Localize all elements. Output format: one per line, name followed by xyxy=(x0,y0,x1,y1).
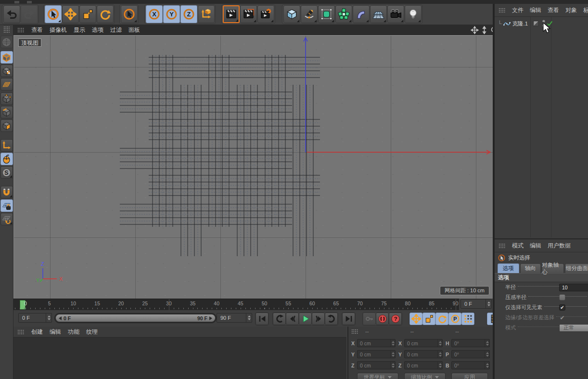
coordinates-grip[interactable] xyxy=(351,329,358,334)
material-menu-3[interactable]: 功能 xyxy=(68,328,79,336)
coord-input[interactable]: 0° xyxy=(451,361,490,369)
preview-range-inner[interactable]: 0 F 90 F xyxy=(56,314,215,322)
coord-input[interactable]: 0 cm xyxy=(404,339,443,347)
object-manager-menu-2[interactable]: 编辑 xyxy=(530,6,541,14)
viewport-menubar-grip[interactable] xyxy=(17,27,25,33)
live-selection-tool[interactable] xyxy=(45,5,62,23)
apply-button[interactable]: 应用 xyxy=(451,373,488,379)
last-used-tool[interactable] xyxy=(121,5,138,23)
add-generator-button[interactable] xyxy=(318,5,335,23)
layer-toggle-icon[interactable] xyxy=(533,20,539,27)
tab-3[interactable]: 对象轴心 xyxy=(542,263,564,273)
nav-move-icon[interactable] xyxy=(471,26,479,34)
frame-field[interactable]: 0 F xyxy=(460,299,492,309)
goto-start-button[interactable] xyxy=(256,313,268,325)
workplane-transform[interactable] xyxy=(0,213,13,225)
previous-frame-button[interactable] xyxy=(286,313,299,325)
next-key-button[interactable] xyxy=(325,313,338,325)
record-keyframe-button[interactable] xyxy=(363,313,376,325)
viewport-menu-2[interactable]: 摄像机 xyxy=(50,26,67,34)
tab-2[interactable]: 轴向 xyxy=(520,263,541,273)
tab-4[interactable]: 细分曲面 xyxy=(565,263,588,273)
coord-input[interactable]: 0 cm xyxy=(404,361,443,369)
object-manager-menu-1[interactable]: 文件 xyxy=(512,6,524,14)
lock-z-axis[interactable]: Z xyxy=(180,5,197,23)
polygons-mode[interactable] xyxy=(0,119,13,132)
add-light-button[interactable] xyxy=(405,5,422,23)
current-frame-stepper[interactable] xyxy=(46,314,51,322)
radius-field[interactable]: 10 xyxy=(559,284,588,291)
autokey-button[interactable] xyxy=(376,313,389,325)
viewport-menu-1[interactable]: 查看 xyxy=(31,26,43,34)
material-menubar-grip[interactable] xyxy=(17,329,25,335)
viewport-menu-5[interactable]: 过滤 xyxy=(110,26,122,34)
object-manager-grip[interactable] xyxy=(499,8,506,13)
material-menu-1[interactable]: 创建 xyxy=(31,328,43,336)
lock-workplane[interactable] xyxy=(0,199,13,212)
record-point-level-toggle[interactable] xyxy=(461,313,474,325)
coordinate-space-dropdown[interactable]: 世界坐标 xyxy=(357,373,398,379)
coord-input[interactable]: 0° xyxy=(451,350,490,358)
end-frame-stepper[interactable] xyxy=(246,314,252,322)
end-frame-spinner[interactable]: 90 F xyxy=(217,313,252,323)
viewport[interactable]: Z X Y 顶视图 网格间距 : 10 cm xyxy=(13,35,493,299)
current-frame-spinner[interactable]: 0 F xyxy=(18,313,52,323)
record-position-toggle[interactable] xyxy=(409,313,422,325)
add-primitive-button[interactable] xyxy=(283,5,300,23)
attribute-manager-grip[interactable] xyxy=(499,243,506,248)
play-button[interactable] xyxy=(299,313,312,325)
scale-tool[interactable] xyxy=(79,5,96,23)
nav-zoom-icon[interactable] xyxy=(480,26,488,34)
record-parameter-toggle[interactable]: P xyxy=(448,313,461,325)
redo-button[interactable] xyxy=(21,5,38,23)
coord-input[interactable]: 0° xyxy=(451,339,490,347)
checkbox[interactable]: ✔ xyxy=(559,304,565,311)
coord-input[interactable]: 0 cm xyxy=(404,350,443,358)
move-tool[interactable] xyxy=(62,5,79,23)
viewport-menu-4[interactable]: 选项 xyxy=(92,26,103,34)
coord-input[interactable]: 0 cm xyxy=(357,339,396,347)
lock-y-axis[interactable]: Y xyxy=(163,5,180,23)
preview-range-slider[interactable]: 0 F 90 F xyxy=(54,313,217,323)
add-modeling-object-button[interactable] xyxy=(335,5,352,23)
record-rotation-toggle[interactable] xyxy=(435,313,448,325)
timeline-ruler[interactable]: 051015202530354045505560657075808590 xyxy=(13,299,459,310)
checkbox[interactable] xyxy=(559,294,565,301)
enable-snap[interactable] xyxy=(0,186,13,198)
previous-key-button[interactable] xyxy=(273,313,286,325)
object-manager-menu-3[interactable]: 查看 xyxy=(548,6,559,14)
render-picture-viewer-button[interactable] xyxy=(240,5,257,23)
viewport-menu-6[interactable]: 面板 xyxy=(128,26,140,34)
convert-object[interactable] xyxy=(0,36,13,48)
tab-1[interactable]: 选项 xyxy=(498,263,519,273)
material-menu-2[interactable]: 编辑 xyxy=(50,328,61,336)
edges-mode[interactable] xyxy=(0,106,13,118)
attribute-menu-1[interactable]: 模式 xyxy=(512,242,524,250)
next-frame-button[interactable] xyxy=(312,313,325,325)
attribute-menu-3[interactable]: 用户数据 xyxy=(548,242,571,250)
object-name[interactable]: 克隆.1 xyxy=(512,20,528,27)
snap-settings[interactable]: S xyxy=(0,166,13,179)
render-view-button[interactable] xyxy=(223,5,240,23)
texture-mode[interactable] xyxy=(0,65,13,77)
object-manager-menu-4[interactable]: 对象 xyxy=(565,6,577,14)
viewport-menu-3[interactable]: 显示 xyxy=(74,26,85,34)
points-mode[interactable] xyxy=(0,92,13,105)
coordinate-system[interactable] xyxy=(198,5,215,23)
enable-axis-mode[interactable] xyxy=(0,139,13,152)
undo-button[interactable] xyxy=(3,5,20,23)
coord-input[interactable]: 0 cm xyxy=(357,361,396,369)
material-manager[interactable]: 创建编辑功能纹理 xyxy=(13,327,346,379)
add-deformer-button[interactable] xyxy=(353,5,370,23)
coord-input[interactable]: 0 cm xyxy=(357,350,396,358)
workplane-mode[interactable] xyxy=(0,78,13,91)
add-environment-button[interactable] xyxy=(370,5,387,23)
goto-end-button[interactable] xyxy=(342,313,355,325)
sidebar-grip[interactable] xyxy=(3,26,10,33)
material-menu-4[interactable]: 纹理 xyxy=(86,328,98,336)
object-manager-menu-5[interactable]: 标签 xyxy=(583,6,588,14)
attribute-menu-2[interactable]: 编辑 xyxy=(530,242,541,250)
rotate-tool[interactable] xyxy=(97,5,114,23)
add-camera-button[interactable] xyxy=(387,5,404,23)
model-mode[interactable] xyxy=(0,51,13,64)
